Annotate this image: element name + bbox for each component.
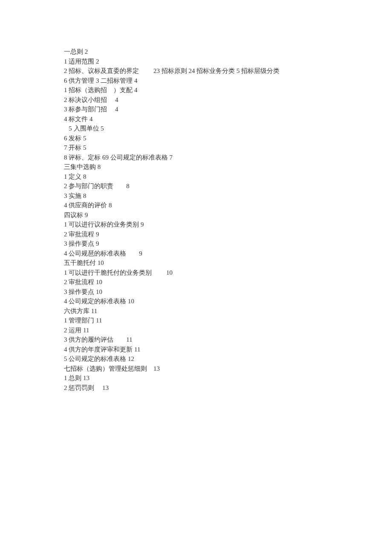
toc-line: 六供方库 11 [64,306,392,316]
toc-line: 3 实施 8 [64,191,392,201]
toc-line: 三集中选购 8 [64,162,392,172]
toc-line: 1 适用范围 2 [64,57,392,67]
toc-line: 四议标 9 [64,210,392,220]
toc-line: 2 运用 11 [64,325,392,335]
toc-line: 4 供应商的评价 8 [64,200,392,210]
toc-line: 七招标（选购）管理处惩细则 13 [64,364,392,374]
toc-line: 3 标参与部门招 4 [64,105,392,114]
toc-line: 3 供方的履约评估 11 [64,335,392,345]
toc-line: 2 审批流程 9 [64,230,392,239]
toc-line: 1 总则 13 [64,373,392,383]
toc-line: 2 惩罚罚则 13 [64,383,392,393]
toc-line: 1 定义 8 [64,172,392,182]
toc-line: 3 操作要点 10 [64,287,392,297]
toc-line: 3 操作要点 9 [64,239,392,249]
toc-line: 一总则 2 [64,47,392,57]
toc-line: 1 管理部门 11 [64,316,392,325]
toc-line: 6 发标 5 [64,134,392,143]
toc-container: 一总则 2 1 适用范围 2 2 招标、议标及直委的界定 23 招标原则 24 … [64,47,392,392]
toc-line: 4 公司规琶的标准表格 9 [64,249,392,259]
toc-line: 1 可以进行议标的业务类别 9 [64,220,392,230]
toc-line: 7 开标 5 [64,143,392,153]
toc-line: 5 公司规定的标准表格 12 [64,354,392,364]
toc-line: 2 标决议小组招 4 [64,95,392,105]
toc-line: 1 招标（选购招 ）支配 4 [64,85,392,95]
toc-line: 4 供方的年度评审和更新 11 [64,345,392,355]
toc-line: 2 参与部门的职责 8 [64,181,392,191]
toc-line: 1 可以进行干脆托付的业务类别 10 [64,268,392,278]
toc-line: 6 供方管理 3 二招标管理 4 [64,76,392,86]
toc-line: 4 标文件 4 [64,114,392,124]
toc-line: 4 公司规定的标准表格 10 [64,296,392,306]
toc-line: 五干脆托付 10 [64,258,392,268]
toc-line: 5 入围单位 5 [64,124,392,134]
toc-line: 2 审批流程 10 [64,277,392,287]
toc-line: 2 招标、议标及直委的界定 23 招标原则 24 招标业务分类 5 招标层级分类 [64,66,392,76]
toc-line: 8 评标、定标 69 公司规定的标准表格 7 [64,153,392,163]
